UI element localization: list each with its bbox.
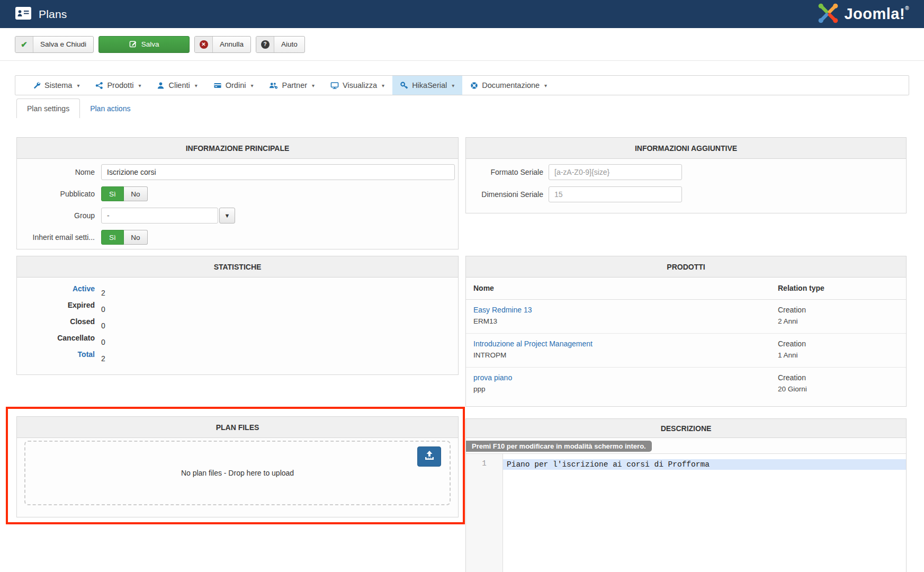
help-icon: ? [261,40,270,49]
menu-item-documentazione[interactable]: Documentazione▾ [462,76,555,95]
published-toggle: Sì No [101,186,148,201]
plan-files-dropzone[interactable]: No plan files - Drop here to upload [24,441,451,505]
inherit-email-toggle: Sì No [101,230,148,245]
stat-expired-value: 0 [101,301,105,317]
tab-plan-actions[interactable]: Plan actions [80,99,140,118]
cancel-icon: ✕ [200,40,208,49]
table-row: Easy Redmine 13 ERM13 Creation 2 Anni [466,300,906,334]
panel-description: DESCRIZIONE Premi F10 per modificare in … [465,418,907,572]
panel-plan-files: PLAN FILES No plan files - Drop here to … [16,416,459,517]
save-close-button[interactable]: ✔ Salva e Chiudi [15,36,94,53]
panel-title: INFORMAZIONI AGGIUNTIVE [466,138,906,159]
serial-format-input[interactable] [549,164,682,180]
product-duration: 2 Anni [778,317,806,325]
chevron-down-icon: ▾ [382,83,384,88]
display-icon [330,82,339,90]
product-link[interactable]: Easy Redmine 13 [473,306,532,314]
serial-format-label: Formato Seriale [466,168,543,176]
name-input[interactable] [101,164,455,180]
stat-expired-label: Expired [17,301,95,317]
published-no-button[interactable]: No [124,186,148,201]
product-duration: 1 Anni [778,351,806,359]
stat-row-total: Total 2 [17,350,458,367]
editor-line-number-gutter: 1 [466,454,503,572]
description-code-editor[interactable]: 1 Piano per l'iscrizione ai corsi di Pro… [466,453,906,572]
inherit-email-label: Inherit email setti... [17,233,95,242]
stat-row-closed: Closed 0 [17,317,458,334]
panel-title: DESCRIZIONE [466,419,906,438]
users-gear-icon [269,82,278,90]
product-link[interactable]: prova piano [473,373,512,382]
edit-icon [129,40,137,49]
stat-active-link[interactable]: Active [17,284,95,301]
stat-closed-label: Closed [17,317,95,334]
stat-row-cancelled: Cancellato 0 [17,334,458,350]
table-row: prova piano ppp Creation 20 Giorni [466,368,906,401]
check-icon: ✔ [15,37,33,52]
panel-title: INFORMAZIONE PRINCIPALE [17,138,458,159]
line-number: 1 [466,459,503,468]
chevron-down-icon: ▾ [250,83,253,88]
menu-item-partner[interactable]: Partner▾ [261,76,322,95]
life-ring-icon [470,82,478,90]
app-window: Plans Joomla!® ✔ Salva e Chiudi [0,0,924,572]
stat-active-value: 2 [101,284,105,301]
share-nodes-icon [95,82,103,90]
column-nome: Nome [473,284,494,292]
group-select[interactable]: - [101,208,218,224]
stat-total-link[interactable]: Total [17,350,95,367]
menu-item-prodotti[interactable]: Prodotti▾ [87,76,149,95]
product-relation: Creation [778,306,806,314]
chevron-down-icon: ▾ [544,83,547,88]
group-select-caret-button[interactable]: ▼ [219,208,235,224]
inherit-no-button[interactable]: No [124,230,148,245]
help-button[interactable]: ? Aiuto [256,36,305,53]
name-label: Nome [17,168,95,176]
menu-item-visualizza[interactable]: Visualizza▾ [322,76,392,95]
product-relation: Creation [778,373,807,382]
chevron-down-icon: ▾ [312,83,315,88]
panel-title: STATISTICHE [17,256,458,278]
published-yes-button[interactable]: Sì [101,186,124,201]
serial-size-input[interactable] [549,186,682,202]
joomla-wordmark: Joomla!® [844,5,909,23]
column-relation-type: Relation type [778,284,824,292]
table-row: Introduzione al Project Management INTRO… [466,334,906,368]
joomla-logo-icon [817,2,840,27]
group-label: Group [17,211,95,220]
product-code: ppp [473,385,512,393]
page-title: Plans [39,8,67,21]
save-button[interactable]: Salva [98,36,190,53]
chevron-down-icon: ▾ [138,83,141,88]
upload-button[interactable] [417,446,441,467]
products-column-header: Nome Relation type [466,278,906,300]
product-code: ERM13 [473,317,532,325]
cancel-button[interactable]: ✕ Annulla [194,36,251,53]
tab-bar: Plan settings Plan actions [16,99,140,118]
joomla-logo: Joomla!® [817,2,924,27]
chevron-down-icon: ▾ [77,83,79,88]
wrench-icon [33,82,41,90]
stat-cancelled-value: 0 [101,334,105,350]
panel-title: PRODOTTI [466,256,906,278]
panel-products: PRODOTTI Nome Relation type Easy Redmine… [465,256,907,407]
serial-size-label: Dimensioni Seriale [466,190,543,199]
dropzone-empty-text: No plan files - Drop here to upload [181,469,294,477]
tab-plan-settings[interactable]: Plan settings [16,99,80,118]
menu-item-clienti[interactable]: Clienti▾ [149,76,205,95]
menu-item-ordini[interactable]: Ordini▾ [205,76,262,95]
published-label: Pubblicato [17,190,95,198]
stat-closed-value: 0 [101,317,105,334]
chevron-down-icon: ▾ [195,83,198,88]
contact-card-icon [15,7,31,22]
menu-item-sistema[interactable]: Sistema▾ [25,76,87,95]
product-link[interactable]: Introduzione al Project Management [473,339,593,348]
stat-row-expired: Expired 0 [17,301,458,317]
chevron-down-icon: ▾ [452,83,454,88]
editor-line[interactable]: Piano per l'iscrizione ai corsi di Proff… [503,459,906,470]
key-icon [400,82,408,90]
product-relation: Creation [778,339,806,348]
menu-item-hikaserial[interactable]: HikaSerial▾ [392,76,462,95]
editor-content-area[interactable]: Piano per l'iscrizione ai corsi di Proff… [503,454,906,572]
inherit-yes-button[interactable]: Sì [101,230,124,245]
